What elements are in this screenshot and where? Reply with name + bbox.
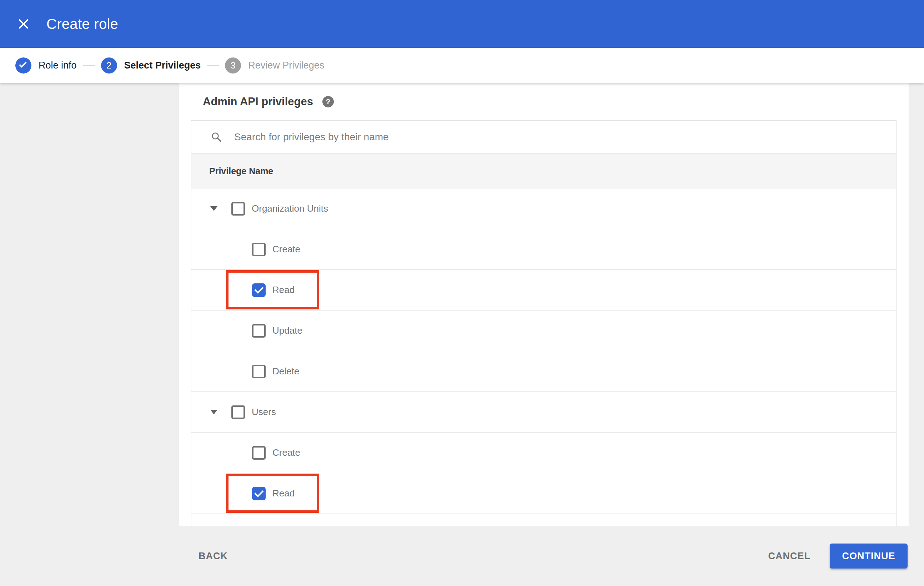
continue-button[interactable]: CONTINUE bbox=[830, 543, 908, 568]
panel-title: Admin API privileges bbox=[203, 95, 313, 108]
search-icon bbox=[210, 131, 223, 143]
step-select-privileges[interactable]: 2 Select Privileges bbox=[101, 58, 201, 74]
step-review-privileges[interactable]: 3 Review Privileges bbox=[225, 58, 324, 74]
left-gutter bbox=[0, 83, 178, 526]
privilege-checkbox[interactable] bbox=[252, 283, 266, 297]
privilege-row: Users bbox=[191, 392, 896, 433]
step-number-icon: 3 bbox=[225, 58, 241, 74]
privilege-rows: Organization Units Create Read Update De… bbox=[191, 188, 896, 526]
privilege-label: Read bbox=[272, 285, 295, 296]
privilege-row: Create bbox=[191, 433, 896, 473]
cancel-button[interactable]: CANCEL bbox=[768, 551, 811, 562]
step-complete-check-icon bbox=[15, 58, 31, 74]
help-icon[interactable]: ? bbox=[322, 96, 334, 107]
step-label: Select Privileges bbox=[124, 60, 201, 71]
privilege-label: Delete bbox=[272, 366, 299, 377]
privilege-label: Users bbox=[252, 407, 276, 418]
close-icon[interactable] bbox=[16, 16, 31, 32]
content-area: Admin API privileges ? Privilege Name Or… bbox=[0, 83, 924, 526]
step-number-icon: 2 bbox=[101, 58, 117, 74]
privilege-row: Update bbox=[191, 311, 896, 351]
collapse-arrow-icon[interactable] bbox=[210, 410, 218, 414]
privileges-panel: Admin API privileges ? Privilege Name Or… bbox=[178, 83, 909, 526]
privilege-label: Organization Units bbox=[252, 203, 328, 214]
table-header: Privilege Name bbox=[191, 154, 896, 188]
privilege-row: Organization Units bbox=[191, 188, 896, 229]
privilege-checkbox[interactable] bbox=[252, 487, 266, 500]
wizard-stepper: Role info 2 Select Privileges 3 Review P… bbox=[0, 48, 924, 83]
step-connector bbox=[207, 65, 219, 66]
privilege-row: Delete bbox=[191, 351, 896, 392]
privilege-label: Read bbox=[272, 488, 295, 499]
step-label: Role info bbox=[38, 60, 77, 71]
privilege-checkbox[interactable] bbox=[231, 202, 245, 216]
privilege-label: Create bbox=[272, 447, 300, 458]
privilege-checkbox[interactable] bbox=[252, 324, 266, 337]
privilege-checkbox[interactable] bbox=[252, 446, 266, 460]
privilege-row bbox=[191, 514, 896, 526]
appbar: Create role bbox=[0, 0, 924, 48]
privilege-row: Create bbox=[191, 229, 896, 270]
privilege-label: Update bbox=[272, 325, 302, 336]
step-label: Review Privileges bbox=[248, 60, 324, 71]
column-header-privilege-name: Privilege Name bbox=[209, 166, 273, 176]
privilege-label: Create bbox=[272, 244, 300, 255]
dialog-title: Create role bbox=[46, 16, 118, 32]
privilege-checkbox[interactable] bbox=[252, 365, 266, 378]
search-input[interactable] bbox=[234, 131, 770, 143]
step-role-info[interactable]: Role info bbox=[15, 58, 77, 74]
step-connector bbox=[83, 65, 95, 66]
back-button[interactable]: BACK bbox=[198, 551, 228, 562]
panel-heading: Admin API privileges ? bbox=[178, 83, 909, 120]
privilege-checkbox[interactable] bbox=[231, 405, 245, 419]
right-gutter bbox=[909, 83, 924, 526]
privilege-checkbox[interactable] bbox=[252, 243, 266, 256]
collapse-arrow-icon[interactable] bbox=[210, 206, 218, 211]
footer-bar: BACK CANCEL CONTINUE bbox=[0, 526, 924, 586]
privilege-row: Read bbox=[191, 473, 896, 514]
search-bar bbox=[191, 121, 896, 154]
privilege-row: Read bbox=[191, 270, 896, 311]
privileges-table: Privilege Name Organization Units Create… bbox=[191, 120, 896, 526]
